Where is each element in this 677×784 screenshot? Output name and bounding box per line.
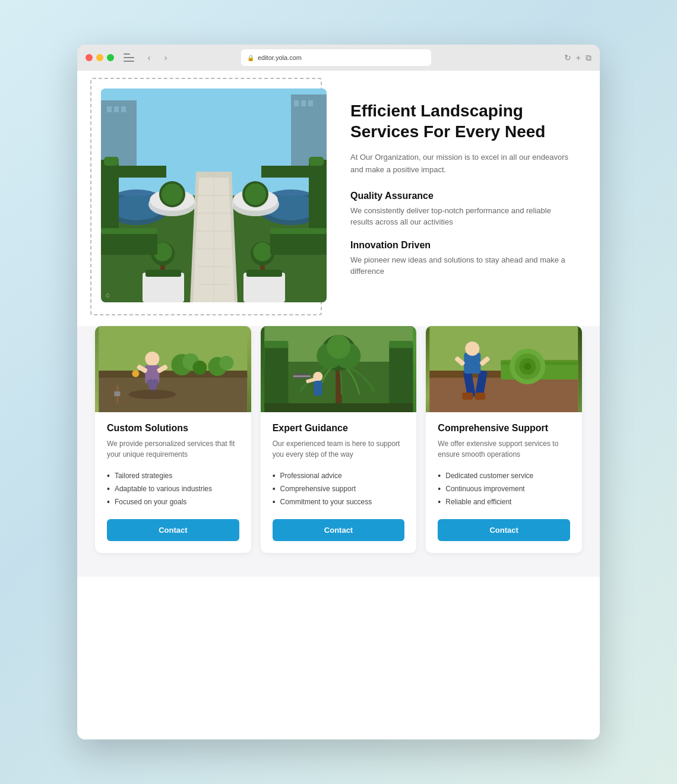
sidebar-toggle-icon[interactable] (124, 53, 134, 62)
card-2-body: Expert Guidance Our experienced team is … (261, 412, 417, 553)
list-item: Comprehensive support (273, 482, 405, 495)
url-text: editor.yola.com (258, 54, 302, 61)
hero-image-container: © (101, 88, 327, 302)
card-comprehensive-support: Comprehensive Support We offer extensive… (426, 326, 582, 553)
hero-description: At Our Organization, our mission is to e… (350, 151, 570, 176)
cards-section: Custom Solutions We provide personalized… (77, 326, 600, 577)
svg-rect-44 (101, 228, 157, 234)
svg-rect-85 (264, 403, 413, 412)
lock-icon: 🔒 (247, 55, 254, 61)
toolbar-actions: ↻ + ⧉ (564, 53, 591, 63)
hero-text: Efficient Landscaping Services For Every… (350, 94, 570, 289)
card-1-list: Tailored strategies Adaptable to various… (107, 469, 239, 508)
svg-point-63 (192, 361, 207, 375)
list-item: Professional advice (273, 469, 405, 482)
svg-rect-7 (301, 100, 306, 106)
card-1-description: We provide personalized services that fi… (107, 438, 239, 460)
list-item: Commitment to your success (273, 495, 405, 508)
svg-rect-98 (475, 393, 486, 400)
card-3-title: Comprehensive Support (438, 423, 570, 434)
svg-rect-8 (308, 100, 313, 106)
browser-window: ‹ › 🔒 editor.yola.com ↻ + ⧉ (77, 45, 600, 739)
list-item: Tailored strategies (107, 469, 239, 482)
svg-rect-72 (264, 341, 288, 348)
list-item: Continuous improvement (438, 482, 570, 495)
svg-point-32 (162, 184, 183, 205)
svg-rect-74 (389, 341, 413, 348)
card-expert-guidance: Expert Guidance Our experienced team is … (261, 326, 417, 553)
svg-rect-71 (264, 344, 288, 412)
card-2-list: Professional advice Comprehensive suppor… (273, 469, 405, 508)
svg-point-65 (219, 356, 233, 370)
card-2-description: Our experienced team is here to support … (273, 438, 405, 460)
list-item: Reliable and efficient (438, 495, 570, 508)
svg-rect-15 (104, 157, 119, 166)
menu-icon[interactable]: ⧉ (586, 53, 591, 63)
back-button[interactable]: ‹ (143, 51, 156, 64)
address-bar[interactable]: 🔒 editor.yola.com (241, 49, 431, 66)
svg-point-60 (132, 370, 139, 377)
page-content: © Efficient Landscaping Services For Eve… (77, 71, 600, 739)
feature-quality: Quality Assurance We consistently delive… (350, 191, 570, 228)
card-3-list: Dedicated customer service Continuous im… (438, 469, 570, 508)
svg-point-42 (253, 242, 272, 261)
svg-rect-46 (270, 228, 327, 234)
card-1-title: Custom Solutions (107, 423, 239, 434)
svg-rect-81 (314, 381, 322, 396)
svg-rect-50 (246, 270, 282, 277)
hero-title: Efficient Landscaping Services For Every… (350, 100, 570, 142)
card-1-body: Custom Solutions We provide personalized… (95, 412, 251, 553)
svg-point-79 (327, 335, 350, 359)
svg-rect-97 (463, 393, 473, 400)
svg-rect-2 (107, 106, 112, 112)
svg-rect-19 (261, 166, 309, 178)
svg-rect-18 (309, 157, 324, 166)
card-2-contact-button[interactable]: Contact (273, 519, 405, 541)
card-image-2 (261, 326, 417, 412)
card-3-description: We offer extensive support services to e… (438, 438, 570, 460)
minimize-button[interactable] (96, 54, 103, 61)
traffic-lights (86, 54, 114, 61)
card-image-3 (426, 326, 582, 412)
share-icon[interactable]: ↻ (564, 53, 571, 63)
svg-rect-99 (464, 353, 481, 374)
close-button[interactable] (86, 54, 93, 61)
browser-content: © Efficient Landscaping Services For Eve… (77, 71, 600, 739)
feature-innovation: Innovation Driven We pioneer new ideas a… (350, 240, 570, 277)
maximize-button[interactable] (107, 54, 114, 61)
svg-point-66 (128, 390, 176, 399)
list-item: Focused on your goals (107, 495, 239, 508)
svg-point-100 (466, 342, 480, 356)
svg-rect-49 (145, 270, 181, 277)
svg-rect-73 (389, 344, 413, 412)
feature-innovation-desc: We pioneer new ideas and solutions to st… (350, 254, 570, 277)
svg-rect-48 (243, 273, 285, 302)
cards-grid: Custom Solutions We provide personalized… (95, 326, 582, 553)
nav-buttons: ‹ › (143, 51, 172, 64)
card-1-contact-button[interactable]: Contact (107, 519, 239, 541)
svg-rect-84 (293, 375, 311, 377)
feature-quality-title: Quality Assurance (350, 191, 570, 201)
hero-image: © (101, 88, 327, 302)
svg-rect-16 (119, 166, 166, 178)
forward-button[interactable]: › (159, 51, 172, 64)
image-watermark: © (106, 293, 110, 299)
feature-quality-desc: We consistently deliver top-notch perfor… (350, 205, 570, 228)
svg-rect-47 (143, 273, 184, 302)
list-item: Adaptable to various industries (107, 482, 239, 495)
svg-point-36 (245, 184, 266, 205)
svg-rect-43 (101, 231, 157, 255)
svg-rect-3 (114, 106, 119, 112)
svg-rect-45 (270, 231, 327, 255)
card-3-contact-button[interactable]: Contact (438, 519, 570, 541)
svg-rect-68 (114, 391, 120, 396)
browser-toolbar: ‹ › 🔒 editor.yola.com ↻ + ⧉ (77, 45, 600, 71)
card-3-body: Comprehensive Support We offer extensive… (426, 412, 582, 553)
card-custom-solutions: Custom Solutions We provide personalized… (95, 326, 251, 553)
new-tab-icon[interactable]: + (576, 53, 581, 63)
svg-rect-4 (121, 106, 126, 112)
svg-rect-6 (294, 100, 299, 106)
svg-point-54 (145, 352, 159, 366)
list-item: Dedicated customer service (438, 469, 570, 482)
feature-innovation-title: Innovation Driven (350, 240, 570, 251)
